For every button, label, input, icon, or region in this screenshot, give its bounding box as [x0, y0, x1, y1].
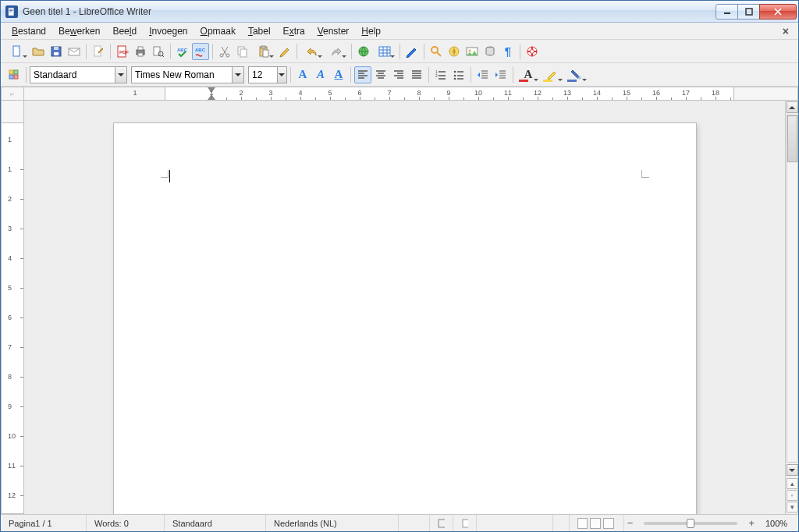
maximize-button[interactable] — [737, 4, 760, 20]
styles-window-button[interactable] — [5, 66, 23, 83]
scroll-thumb[interactable] — [787, 115, 797, 162]
copy-button[interactable] — [234, 43, 251, 60]
paragraph-style-input[interactable] — [30, 67, 115, 83]
spellcheck-button[interactable]: ABC — [174, 43, 191, 60]
status-signature[interactable] — [552, 515, 570, 531]
font-color-button[interactable]: A — [517, 66, 540, 83]
vertical-ruler[interactable]: 1123456789101112 — [1, 100, 24, 514]
status-selection-mode[interactable] — [430, 515, 453, 531]
background-color-button[interactable] — [565, 66, 588, 83]
data-sources-button[interactable] — [481, 43, 499, 60]
status-page[interactable]: Pagina1 / 1 — [1, 515, 87, 531]
help-button[interactable] — [524, 43, 541, 60]
auto-spellcheck-button[interactable]: ABC — [192, 43, 209, 60]
paragraph-style-combo[interactable] — [30, 66, 127, 83]
menu-bestand[interactable]: Bestand — [5, 24, 52, 38]
find-replace-button[interactable] — [428, 43, 445, 60]
new-button[interactable] — [5, 43, 29, 60]
menu-beeld[interactable]: Beeld — [106, 24, 143, 38]
menu-help[interactable]: Help — [355, 24, 387, 38]
book-view-icon[interactable] — [603, 518, 614, 529]
svg-rect-39 — [9, 75, 13, 79]
cut-button[interactable] — [216, 43, 233, 60]
status-doc-modified[interactable] — [453, 515, 477, 531]
titlebar[interactable]: Geen titel 1 - LibreOffice Writer — [1, 1, 798, 23]
zoom-control[interactable]: − + — [624, 515, 758, 531]
menu-opmaak[interactable]: Opmaak — [194, 24, 242, 38]
document-canvas[interactable] — [24, 101, 785, 514]
font-name-input[interactable] — [132, 67, 232, 83]
paste-button[interactable] — [252, 43, 275, 60]
format-paintbrush-button[interactable] — [276, 43, 293, 60]
zoom-slider[interactable] — [644, 522, 737, 525]
font-name-dropdown[interactable] — [232, 67, 243, 83]
align-right-button[interactable] — [390, 66, 407, 83]
navigator-button[interactable] — [446, 43, 463, 60]
menu-venster[interactable]: Venster — [311, 24, 356, 38]
gallery-button[interactable] — [463, 43, 481, 60]
highlight-color-button[interactable] — [541, 66, 564, 83]
svg-rect-40 — [14, 75, 18, 79]
align-left-button[interactable] — [354, 66, 371, 83]
font-size-combo[interactable] — [248, 66, 287, 83]
scroll-up-button[interactable] — [787, 101, 798, 113]
hyperlink-button[interactable] — [355, 43, 372, 60]
status-insert-mode[interactable] — [399, 515, 430, 531]
view-layout-buttons[interactable] — [570, 515, 624, 531]
numbering-button[interactable]: 12 — [432, 66, 449, 83]
nonprinting-chars-button[interactable]: ¶ — [499, 43, 517, 60]
font-size-input[interactable] — [249, 67, 277, 83]
export-pdf-button[interactable]: PDF — [114, 43, 131, 60]
font-size-dropdown[interactable] — [277, 67, 286, 83]
status-language[interactable]: Nederlands (NL) — [266, 515, 399, 531]
minimize-button[interactable] — [716, 4, 738, 20]
status-words[interactable]: Words: 0 — [87, 515, 165, 531]
next-page-nav-button[interactable]: ▾ — [787, 502, 798, 512]
close-button[interactable] — [759, 4, 797, 20]
zoom-in-button[interactable]: + — [745, 517, 758, 529]
bullets-button[interactable] — [450, 66, 467, 83]
svg-point-19 — [220, 54, 223, 57]
status-page-style[interactable]: Standaard — [165, 515, 266, 531]
zoom-percentage[interactable]: 100% — [758, 515, 798, 531]
scroll-track[interactable] — [787, 115, 798, 463]
navigation-select-button[interactable]: ◦ — [787, 490, 798, 501]
multi-page-view-icon[interactable] — [590, 518, 601, 529]
italic-button[interactable]: A — [312, 66, 329, 83]
svg-rect-12 — [138, 47, 143, 50]
single-page-view-icon[interactable] — [577, 518, 588, 529]
align-center-button[interactable] — [372, 66, 389, 83]
increase-indent-button[interactable] — [492, 66, 510, 83]
close-document-button[interactable]: × — [778, 25, 794, 37]
print-preview-button[interactable] — [150, 43, 167, 60]
svg-point-44 — [454, 74, 456, 76]
menu-tabel[interactable]: Tabel — [242, 24, 277, 38]
font-name-combo[interactable] — [131, 66, 244, 83]
document-page[interactable] — [113, 122, 697, 514]
prev-page-nav-button[interactable]: ▴ — [787, 478, 798, 489]
svg-rect-2 — [746, 9, 752, 15]
bold-button[interactable]: A — [294, 66, 311, 83]
insert-table-button[interactable] — [373, 43, 396, 60]
align-justify-button[interactable] — [408, 66, 425, 83]
edit-file-button[interactable] — [90, 43, 107, 60]
underline-button[interactable]: A — [330, 66, 347, 83]
print-button[interactable] — [132, 43, 149, 60]
save-button[interactable] — [48, 43, 65, 60]
decrease-indent-button[interactable] — [474, 66, 492, 83]
open-button[interactable] — [30, 43, 47, 60]
scroll-down-button[interactable] — [787, 464, 798, 476]
svg-rect-22 — [240, 49, 247, 57]
show-draw-functions-button[interactable] — [403, 43, 421, 60]
horizontal-ruler[interactable]: 1123456789101112131415161718 — [23, 87, 798, 101]
redo-button[interactable] — [325, 43, 348, 60]
vertical-scrollbar[interactable]: ▴ ◦ ▾ — [785, 101, 798, 514]
paragraph-style-dropdown[interactable] — [115, 67, 126, 83]
menu-extra[interactable]: Extra — [277, 24, 311, 38]
menu-invoegen[interactable]: Invoegen — [143, 24, 194, 38]
zoom-out-button[interactable]: − — [624, 517, 637, 529]
menu-bewerken[interactable]: Bewerken — [52, 24, 106, 38]
zoom-slider-knob[interactable] — [687, 519, 694, 528]
undo-button[interactable] — [300, 43, 324, 60]
email-button[interactable] — [66, 43, 83, 60]
